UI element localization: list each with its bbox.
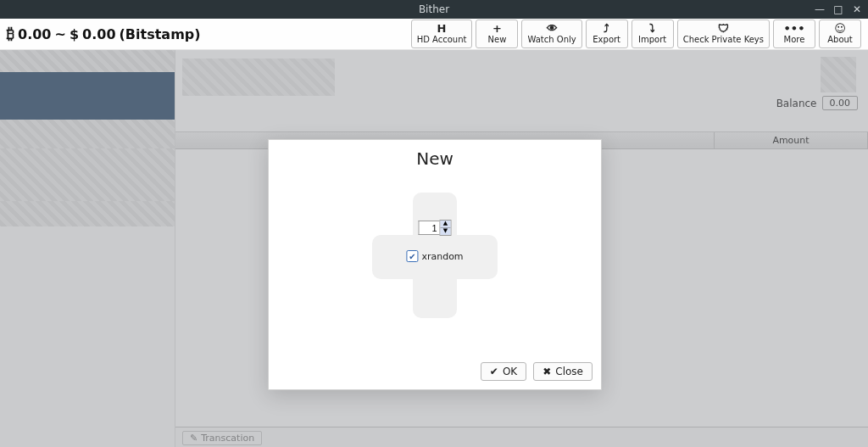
ok-button[interactable]: ✔ OK <box>481 362 526 381</box>
body: Balance 0.00 Amount ✎ Transcation New ▲ <box>0 50 868 447</box>
about-button[interactable]: ☺ About <box>819 20 861 48</box>
balance-box: Balance 0.00 <box>776 96 858 110</box>
x-icon: ✖ <box>542 366 551 377</box>
maximize-icon[interactable]: □ <box>832 0 844 19</box>
footer: ✎ Transcation <box>175 427 868 447</box>
exchange-name: (Bitstamp) <box>120 26 201 42</box>
hd-account-label: HD Account <box>417 36 467 45</box>
hd-account-icon: H <box>437 23 447 35</box>
header-row: ₿ 0.00 ~ $ 0.00 (Bitstamp) H HD Account … <box>0 19 868 50</box>
eye-icon: 👁 <box>547 23 558 35</box>
qr-thumbnail[interactable] <box>821 57 856 92</box>
about-label: About <box>827 36 853 45</box>
btc-icon: ₿ <box>7 25 14 43</box>
account-detail: Balance 0.00 <box>175 50 868 132</box>
pencil-icon: ✎ <box>190 433 198 444</box>
dialog-actions: ✔ OK ✖ Close <box>481 362 593 381</box>
sidebar-item-selected[interactable] <box>0 72 175 120</box>
amount-header: Amount <box>715 132 868 148</box>
import-label: Import <box>638 36 666 45</box>
balance-label: Balance <box>776 98 817 109</box>
watch-only-label: Watch Only <box>527 36 576 45</box>
balance-value: 0.00 <box>822 96 859 110</box>
spinner-down-icon[interactable]: ▼ <box>441 228 451 235</box>
xrandom-checkbox[interactable]: ✔ <box>406 250 418 262</box>
export-button[interactable]: ⤴ Export <box>586 20 628 48</box>
dialog-title: New <box>269 148 601 169</box>
new-label: New <box>488 36 507 45</box>
check-icon: ✔ <box>490 366 498 377</box>
smiley-icon: ☺ <box>834 23 846 35</box>
hd-account-button[interactable]: H HD Account <box>411 20 473 48</box>
sidebar-item[interactable] <box>0 120 175 148</box>
sidebar-item[interactable] <box>0 201 175 226</box>
plus-icon: + <box>492 23 502 35</box>
close-label: Close <box>555 366 583 377</box>
close-icon[interactable]: ✕ <box>851 0 863 19</box>
check-private-keys-label: Check Private Keys <box>683 36 764 45</box>
address-blur <box>182 59 335 96</box>
balance-summary: ₿ 0.00 ~ $ 0.00 (Bitstamp) <box>7 25 201 43</box>
spinner-buttons: ▲ ▼ <box>440 220 452 236</box>
plus-bg-icon <box>372 223 498 349</box>
window-controls: — □ ✕ <box>814 0 863 19</box>
window-title: Bither <box>419 3 449 15</box>
transaction-label: Transcation <box>201 433 254 444</box>
spinner-value[interactable] <box>419 221 440 235</box>
xrandom-label: xrandom <box>421 251 463 262</box>
sidebar-item[interactable] <box>0 148 175 201</box>
new-dialog: New ▲ ▼ ✔ xrandom ✔ OK ✖ Close <box>268 139 602 390</box>
ok-label: OK <box>503 366 517 377</box>
more-icon: ••• <box>784 23 805 35</box>
export-icon: ⤴ <box>604 23 609 35</box>
usd-amount: 0.00 <box>82 26 115 42</box>
title-bar: Bither — □ ✕ <box>0 0 868 19</box>
transaction-button[interactable]: ✎ Transcation <box>182 431 262 445</box>
btc-amount: 0.00 <box>18 26 51 42</box>
import-icon: ⤵ <box>649 23 655 35</box>
more-label: More <box>784 36 805 45</box>
sidebar <box>0 50 175 447</box>
xrandom-row: ✔ xrandom <box>406 250 463 262</box>
count-spinner[interactable]: ▲ ▼ <box>419 220 452 236</box>
more-button[interactable]: ••• More <box>773 20 815 48</box>
shield-icon: 🛡 <box>718 23 729 35</box>
check-private-keys-button[interactable]: 🛡 Check Private Keys <box>677 20 770 48</box>
new-button[interactable]: + New <box>476 20 518 48</box>
close-button[interactable]: ✖ Close <box>533 362 593 381</box>
watch-only-button[interactable]: 👁 Watch Only <box>521 20 581 48</box>
import-button[interactable]: ⤵ Import <box>632 20 674 48</box>
export-label: Export <box>593 36 620 45</box>
usd-prefix: $ <box>70 26 79 42</box>
sidebar-item[interactable] <box>0 50 175 72</box>
tilde: ~ <box>54 26 65 42</box>
minimize-icon[interactable]: — <box>814 0 826 19</box>
